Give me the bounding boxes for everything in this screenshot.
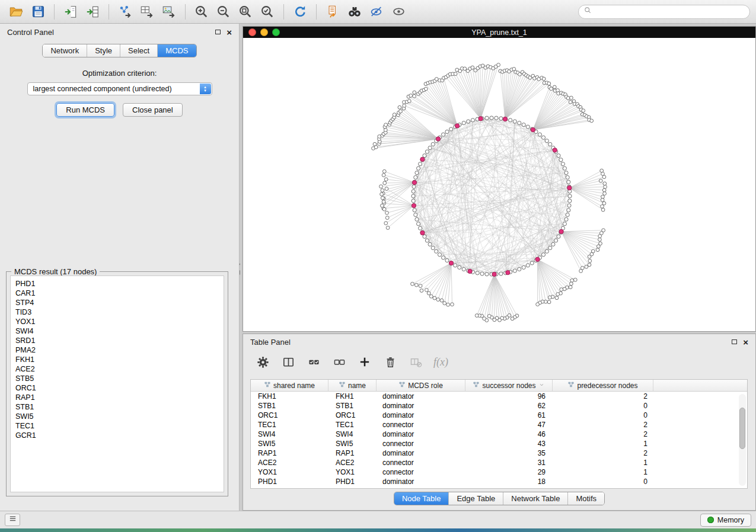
table-scrollbar[interactable] — [739, 394, 746, 486]
column-header-shared-name[interactable]: shared name — [251, 380, 328, 391]
column-settings-gear-icon[interactable] — [255, 354, 270, 370]
search-input[interactable] — [595, 6, 749, 18]
search-box[interactable] — [578, 5, 750, 19]
zoom-in-icon[interactable] — [192, 2, 212, 21]
close-panel-icon[interactable]: × — [743, 338, 748, 347]
list-item[interactable]: YOX1 — [15, 317, 224, 326]
table-header-row: shared name name MCDS role successor nod… — [251, 380, 747, 392]
open-session-icon[interactable] — [6, 2, 26, 21]
table-row[interactable]: SWI4SWI4dominator462 — [251, 430, 747, 439]
list-item[interactable]: STP4 — [15, 298, 224, 307]
list-item[interactable]: CAR1 — [15, 289, 224, 298]
table-row[interactable]: ACE2ACE2connector311 — [251, 458, 747, 467]
column-header-successor-nodes[interactable]: successor nodes — [465, 380, 553, 391]
table-row[interactable]: RAP1RAP1dominator352 — [251, 448, 747, 458]
mcds-result-list[interactable]: PHD1 CAR1 STP4 TID3 YOX1 SWI4 SRD1 PMA2 … — [10, 275, 224, 492]
criterion-select[interactable]: largest connected component (undirected)… — [27, 82, 212, 95]
import-network-icon[interactable] — [60, 2, 81, 21]
column-header-name[interactable]: name — [328, 380, 377, 391]
clone-network-icon[interactable] — [323, 2, 343, 21]
minimize-window-icon[interactable] — [260, 28, 268, 36]
delete-table-disabled-icon — [408, 354, 423, 370]
export-image-icon[interactable] — [159, 2, 179, 21]
float-panel-icon[interactable] — [215, 30, 221, 34]
float-panel-icon[interactable] — [732, 339, 737, 344]
memory-button[interactable]: Memory — [700, 514, 751, 527]
list-item[interactable]: RAP1 — [15, 393, 224, 402]
column-header-mcds-role[interactable]: MCDS role — [377, 380, 465, 391]
tab-edge-table[interactable]: Edge Table — [448, 492, 503, 505]
network-canvas[interactable] — [243, 38, 755, 331]
list-item[interactable]: TID3 — [15, 307, 224, 317]
binoculars-icon[interactable] — [344, 2, 365, 21]
list-item[interactable]: ORC1 — [15, 383, 224, 393]
table-row[interactable]: TEC1TEC1connector472 — [251, 420, 747, 430]
memory-status-icon — [707, 517, 714, 523]
close-panel-button[interactable]: Close panel — [123, 103, 183, 117]
tab-network[interactable]: Network — [43, 44, 87, 57]
chevron-down-icon[interactable] — [538, 382, 545, 390]
table-panel-title: Table Panel — [250, 338, 291, 347]
run-mcds-button[interactable]: Run MCDS — [56, 103, 114, 117]
list-item[interactable]: PHD1 — [15, 279, 224, 289]
show-details-icon[interactable] — [388, 2, 409, 21]
mcds-result-group: MCDS result (17 nodes) PHD1 CAR1 STP4 TI… — [6, 271, 228, 496]
task-history-button[interactable] — [5, 514, 20, 526]
column-header-predecessor-nodes[interactable]: predecessor nodes — [553, 380, 653, 391]
list-item[interactable]: PMA2 — [15, 345, 224, 355]
hide-details-icon[interactable] — [366, 2, 387, 21]
node-table: shared name name MCDS role successor nod… — [250, 379, 748, 489]
deselect-all-rows-icon[interactable] — [331, 354, 347, 370]
list-item[interactable]: STB5 — [15, 374, 224, 383]
table-row[interactable]: SWI5SWI5connector431 — [251, 439, 747, 448]
zoom-selected-icon[interactable] — [257, 2, 277, 21]
delete-column-icon[interactable] — [382, 354, 398, 370]
column-type-icon — [398, 381, 406, 390]
tab-style[interactable]: Style — [87, 44, 120, 57]
toolbar-separator — [54, 4, 55, 20]
close-window-icon[interactable] — [248, 28, 256, 36]
list-item[interactable]: SWI5 — [15, 412, 224, 421]
workspace-area: YPA_prune.txt_1 Table Panel × — [240, 24, 756, 511]
tab-select[interactable]: Select — [120, 44, 157, 57]
list-item[interactable]: GCR1 — [15, 431, 224, 440]
search-icon — [583, 6, 592, 17]
scrollbar-thumb[interactable] — [739, 408, 745, 449]
export-network-icon[interactable] — [115, 2, 135, 21]
column-type-icon — [567, 381, 575, 390]
cytoscape-window: Control Panel × Network Style Select MCD… — [0, 0, 756, 528]
table-tabs: Node Table Edge Table Network Table Moti… — [394, 492, 605, 505]
list-item[interactable]: FKH1 — [15, 355, 224, 364]
table-row[interactable]: YOX1YOX1connector291 — [251, 467, 747, 477]
table-row[interactable]: STB1STB1dominator620 — [251, 401, 747, 411]
column-header-filler — [653, 380, 747, 391]
tab-motifs[interactable]: Motifs — [567, 492, 604, 505]
show-columns-icon[interactable] — [280, 354, 296, 370]
toolbar-separator — [283, 4, 284, 20]
list-item[interactable]: TEC1 — [15, 421, 224, 431]
list-item[interactable]: ACE2 — [15, 364, 224, 374]
close-panel-icon[interactable]: × — [227, 28, 232, 37]
tab-network-table[interactable]: Network Table — [503, 492, 567, 505]
export-table-icon[interactable] — [137, 2, 157, 21]
import-table-icon[interactable] — [82, 2, 103, 21]
table-row[interactable]: ORC1ORC1dominator610 — [251, 411, 747, 420]
maximize-window-icon[interactable] — [272, 28, 280, 36]
memory-label: Memory — [717, 516, 744, 524]
list-item[interactable]: SWI4 — [15, 326, 224, 336]
add-column-icon[interactable] — [357, 354, 372, 370]
zoom-fit-icon[interactable] — [235, 2, 256, 21]
table-row[interactable]: FKH1FKH1dominator962 — [251, 392, 747, 401]
optimization-criterion-label: Optimization criterion: — [0, 69, 239, 78]
table-row[interactable]: PHD1PHD1dominator180 — [251, 477, 747, 486]
refresh-layout-icon[interactable] — [290, 2, 310, 21]
tab-node-table[interactable]: Node Table — [394, 492, 449, 505]
list-item[interactable]: SRD1 — [15, 336, 224, 345]
tab-mcds[interactable]: MCDS — [157, 44, 196, 57]
select-all-rows-icon[interactable] — [306, 354, 321, 370]
save-session-icon[interactable] — [28, 2, 48, 21]
list-item[interactable]: STB1 — [15, 402, 224, 412]
zoom-out-icon[interactable] — [213, 2, 234, 21]
network-window-titlebar[interactable]: YPA_prune.txt_1 — [243, 27, 755, 38]
network-graph[interactable] — [243, 38, 755, 331]
